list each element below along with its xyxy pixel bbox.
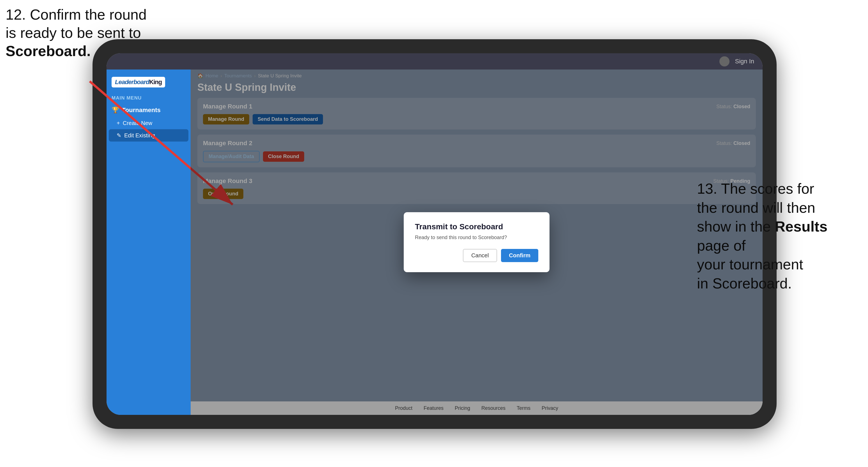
confirm-button[interactable]: Confirm [501,249,538,262]
tablet-device: Sign In LeaderboardKing MAIN MENU 🏆 Tour… [93,39,777,429]
modal-title: Transmit to Scoreboard [415,222,538,231]
create-new-label: Create New [123,120,153,126]
plus-icon: + [117,120,120,126]
annotation-top: 12. Confirm the round is ready to be sen… [6,6,147,60]
edit-existing-label: Edit Existing [124,132,155,139]
tournaments-label: Tournaments [122,106,161,114]
trophy-icon: 🏆 [112,106,119,114]
avatar [719,56,730,66]
content-area: 🏠 Home › Tournaments › State U Spring In… [191,69,763,415]
signin-label[interactable]: Sign In [735,58,754,65]
edit-icon: ✎ [117,132,121,139]
modal-subtitle: Ready to send this round to Scoreboard? [415,235,538,241]
sidebar-item-tournaments[interactable]: 🏆 Tournaments [106,103,191,117]
sidebar: LeaderboardKing MAIN MENU 🏆 Tournaments … [106,69,191,415]
transmit-modal: Transmit to Scoreboard Ready to send thi… [404,212,550,272]
modal-buttons: Cancel Confirm [415,249,538,262]
sidebar-logo: LeaderboardKing [106,74,191,93]
main-menu-label: MAIN MENU [106,93,191,103]
modal-overlay: Transmit to Scoreboard Ready to send thi… [191,69,763,415]
cancel-button[interactable]: Cancel [463,249,497,262]
top-bar: Sign In [106,53,763,69]
sidebar-item-create-new[interactable]: + Create New [106,117,191,129]
sidebar-item-edit-existing[interactable]: ✎ Edit Existing [109,129,188,142]
tablet-screen: Sign In LeaderboardKing MAIN MENU 🏆 Tour… [106,53,763,415]
